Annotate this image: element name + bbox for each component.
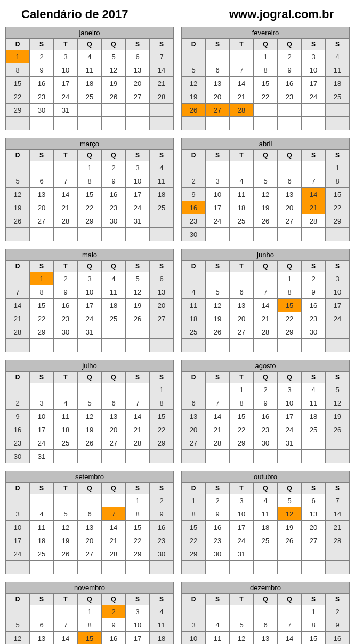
day-cell <box>126 561 150 574</box>
day-cell: 29 <box>30 325 54 339</box>
day-cell: 10 <box>54 63 78 77</box>
day-cell: 23 <box>30 90 54 104</box>
day-cell: 21 <box>150 77 174 90</box>
day-cell: 9 <box>182 188 206 201</box>
day-cell: 27 <box>230 325 254 339</box>
day-cell: 21 <box>102 534 126 547</box>
dow-header: T <box>54 39 78 50</box>
day-cell: 18 <box>150 188 174 201</box>
day-cell: 4 <box>230 174 254 188</box>
day-cell: 21 <box>126 423 150 436</box>
day-cell <box>54 450 78 463</box>
day-cell <box>54 117 78 130</box>
day-cell <box>326 450 350 463</box>
day-cell: 5 <box>326 383 350 396</box>
day-cell: 19 <box>254 201 278 214</box>
day-cell: 27 <box>102 436 126 450</box>
dow-header: S <box>302 39 326 50</box>
day-cell: 20 <box>278 201 302 214</box>
day-cell <box>30 605 54 618</box>
day-cell: 28 <box>302 214 326 228</box>
day-cell: 15 <box>78 188 102 201</box>
day-cell: 4 <box>206 618 230 632</box>
day-cell: 23 <box>102 201 126 214</box>
day-cell <box>182 561 206 574</box>
day-cell: 1 <box>254 50 278 63</box>
day-cell: 9 <box>206 507 230 521</box>
day-cell: 7 <box>278 618 302 632</box>
calendar-grid: janeiroDSTQQSS12345678910111213141516171… <box>5 27 350 644</box>
day-cell <box>30 161 54 174</box>
dow-header: Q <box>278 39 302 50</box>
day-cell <box>326 104 350 117</box>
day-cell: 13 <box>254 632 278 645</box>
month-junho: junhoDSTQQSS1234567891011121314151617181… <box>181 249 350 352</box>
day-cell <box>278 228 302 241</box>
month-name: maio <box>6 249 174 261</box>
day-cell <box>206 161 230 174</box>
month-julho: julhoDSTQQSS1234567891011121314151617181… <box>5 360 174 463</box>
day-cell: 22 <box>126 534 150 547</box>
day-cell <box>206 450 230 463</box>
day-cell: 6 <box>126 50 150 63</box>
day-cell <box>206 228 230 241</box>
day-cell: 7 <box>326 494 350 507</box>
day-cell: 4 <box>182 285 206 299</box>
day-cell <box>254 547 278 561</box>
day-cell: 9 <box>302 285 326 299</box>
day-cell <box>102 104 126 117</box>
day-cell <box>30 383 54 396</box>
dow-header: Q <box>278 372 302 383</box>
dow-header: S <box>126 261 150 272</box>
day-cell <box>278 117 302 130</box>
day-cell: 17 <box>54 77 78 90</box>
day-cell <box>254 117 278 130</box>
day-cell <box>150 228 174 241</box>
day-cell: 18 <box>326 77 350 90</box>
day-cell: 28 <box>6 325 30 339</box>
dow-header: S <box>326 372 350 383</box>
day-cell <box>150 339 174 352</box>
day-cell <box>254 450 278 463</box>
dow-header: D <box>6 594 30 605</box>
dow-header: S <box>30 594 54 605</box>
dow-header: T <box>230 39 254 50</box>
day-cell: 11 <box>182 299 206 312</box>
dow-header: Q <box>78 261 102 272</box>
day-cell <box>326 547 350 561</box>
day-cell: 11 <box>302 396 326 410</box>
dow-header: T <box>230 594 254 605</box>
day-cell: 31 <box>30 450 54 463</box>
day-cell: 25 <box>230 214 254 228</box>
day-cell: 2 <box>278 50 302 63</box>
day-cell <box>102 325 126 339</box>
day-cell: 27 <box>278 214 302 228</box>
day-cell: 30 <box>302 325 326 339</box>
day-cell: 26 <box>6 214 30 228</box>
day-cell <box>78 339 102 352</box>
day-cell: 16 <box>326 632 350 645</box>
day-cell: 30 <box>206 547 230 561</box>
day-cell: 7 <box>126 396 150 410</box>
day-cell: 3 <box>182 618 206 632</box>
dow-header: S <box>302 372 326 383</box>
day-cell: 13 <box>278 188 302 201</box>
day-cell: 23 <box>302 312 326 325</box>
day-cell: 13 <box>102 410 126 423</box>
day-cell: 30 <box>150 547 174 561</box>
day-cell: 2 <box>150 494 174 507</box>
day-cell <box>126 325 150 339</box>
day-cell: 10 <box>126 174 150 188</box>
day-cell: 4 <box>54 396 78 410</box>
dow-header: S <box>206 261 230 272</box>
day-cell: 5 <box>54 507 78 521</box>
day-cell <box>54 494 78 507</box>
day-cell: 24 <box>126 201 150 214</box>
day-cell: 2 <box>254 383 278 396</box>
day-cell <box>206 339 230 352</box>
day-cell: 2 <box>6 396 30 410</box>
day-cell: 1 <box>78 605 102 618</box>
day-cell: 15 <box>150 410 174 423</box>
day-cell: 17 <box>126 188 150 201</box>
day-cell <box>78 383 102 396</box>
